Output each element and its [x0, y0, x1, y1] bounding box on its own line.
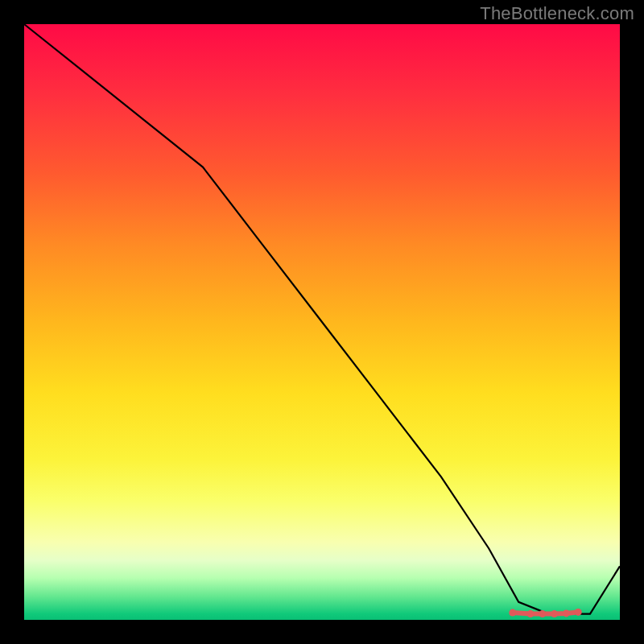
marker-dot: [551, 610, 558, 617]
watermark-text: TheBottleneck.com: [480, 3, 634, 24]
marker-dot: [509, 609, 516, 617]
marker-cluster: [509, 609, 581, 617]
marker-dot: [575, 609, 582, 616]
line-chart-svg: [24, 24, 620, 620]
marker-dot: [527, 610, 535, 617]
marker-dot: [563, 609, 570, 617]
chart-container: TheBottleneck.com: [0, 0, 644, 644]
plot-area: [24, 24, 620, 620]
marker-dot: [539, 610, 546, 617]
curve-path: [24, 24, 620, 614]
